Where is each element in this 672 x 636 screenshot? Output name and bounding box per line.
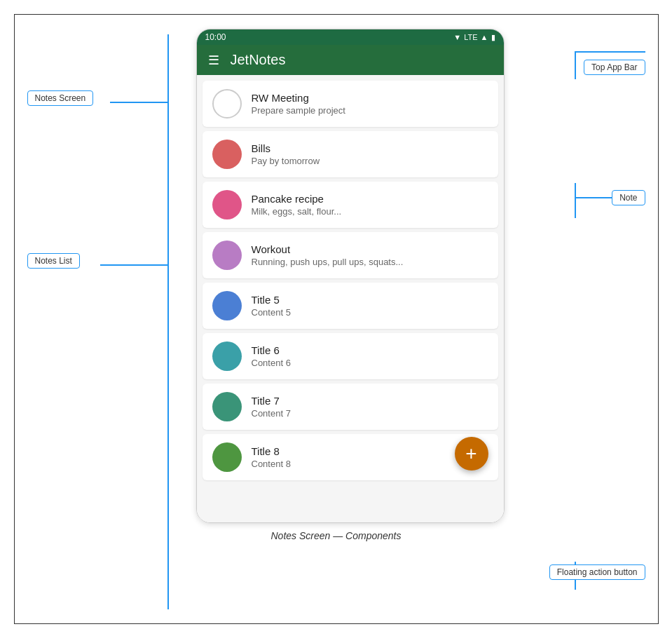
note-item-5[interactable]: Title 5Content 5 (203, 283, 498, 329)
note-item-1[interactable]: RW MeetingPrepare sample project (203, 81, 498, 127)
note-label: Note (612, 190, 645, 205)
note-text-8: Title 8Content 8 (252, 445, 488, 469)
note-text-4: WorkoutRunning, push ups, pull ups, squa… (252, 243, 488, 267)
right-v-line-note (575, 183, 576, 218)
status-time: 10:00 (205, 32, 226, 42)
note-color-circle-4 (212, 241, 242, 270)
note-item-4[interactable]: WorkoutRunning, push ups, pull ups, squa… (203, 232, 498, 278)
right-v-line-top (575, 51, 576, 79)
left-vertical-line (167, 34, 169, 609)
top-app-bar: ☰ JetNotes (197, 45, 504, 75)
note-item-8[interactable]: Title 8Content 8+ (203, 434, 498, 480)
lte-label: LTE (464, 33, 477, 41)
note-title-6: Title 6 (252, 344, 488, 356)
status-bar: 10:00 ▼ LTE ▲ ▮ (197, 29, 504, 45)
note-title-2: Bills (252, 142, 488, 154)
status-icons: ▼ LTE ▲ ▮ (453, 33, 495, 42)
note-color-circle-5 (212, 291, 242, 320)
signal-icon: ▲ (481, 33, 488, 41)
notes-list: RW MeetingPrepare sample projectBillsPay… (197, 75, 504, 522)
fab-label: Floating action button (549, 564, 645, 580)
note-title-4: Workout (252, 243, 488, 255)
note-text-2: BillsPay by tomorrow (252, 142, 488, 166)
app-title: JetNotes (231, 52, 286, 68)
note-text-3: Pancake recipeMilk, eggs, salt, flour... (252, 193, 488, 217)
note-line-h (575, 197, 645, 198)
notes-list-line (100, 264, 167, 266)
notes-screen-line (110, 102, 169, 103)
note-text-6: Title 6Content 6 (252, 344, 488, 368)
note-text-1: RW MeetingPrepare sample project (252, 92, 488, 116)
note-content-8: Content 8 (252, 459, 488, 469)
battery-icon: ▮ (491, 33, 495, 42)
hamburger-icon[interactable]: ☰ (208, 53, 219, 68)
note-content-7: Content 7 (252, 408, 488, 419)
note-title-5: Title 5 (252, 294, 488, 306)
note-title-8: Title 8 (252, 445, 488, 457)
top-app-bar-label: Top App Bar (584, 60, 645, 75)
note-text-7: Title 7Content 7 (252, 395, 488, 419)
note-content-6: Content 6 (252, 358, 488, 368)
right-v-line-fab (575, 562, 576, 590)
note-color-circle-8 (212, 442, 242, 472)
caption: Notes Screen — Components (271, 530, 402, 541)
note-item-3[interactable]: Pancake recipeMilk, eggs, salt, flour... (203, 182, 498, 228)
note-color-circle-1 (212, 89, 242, 119)
note-item-6[interactable]: Title 6Content 6 (203, 333, 498, 379)
note-content-1: Prepare sample project (252, 105, 488, 116)
note-color-circle-3 (212, 190, 242, 219)
note-content-2: Pay by tomorrow (252, 156, 488, 166)
note-title-1: RW Meeting (252, 92, 488, 104)
note-color-circle-2 (212, 140, 242, 169)
note-color-circle-6 (212, 341, 242, 371)
note-content-3: Milk, eggs, salt, flour... (252, 206, 488, 217)
note-content-4: Running, push ups, pull ups, squats... (252, 257, 488, 267)
fab-line-h (575, 573, 645, 574)
wifi-icon: ▼ (453, 33, 461, 41)
top-app-bar-line-h (575, 51, 645, 53)
notes-screen-label: Notes Screen (27, 90, 94, 106)
note-title-3: Pancake recipe (252, 193, 488, 205)
note-item-2[interactable]: BillsPay by tomorrow (203, 131, 498, 177)
note-content-5: Content 5 (252, 307, 488, 318)
outer-frame: Notes Screen Notes List Top App Bar Note… (14, 14, 659, 624)
note-color-circle-7 (212, 392, 242, 421)
phone-wrapper: 10:00 ▼ LTE ▲ ▮ ☰ JetNotes RW MeetingPre… (196, 29, 505, 523)
fab-button[interactable]: + (455, 437, 488, 471)
note-title-7: Title 7 (252, 395, 488, 407)
note-item-7[interactable]: Title 7Content 7 (203, 384, 498, 430)
phone-mockup: 10:00 ▼ LTE ▲ ▮ ☰ JetNotes RW MeetingPre… (196, 29, 505, 523)
notes-list-label: Notes List (27, 253, 80, 269)
note-text-5: Title 5Content 5 (252, 294, 488, 318)
